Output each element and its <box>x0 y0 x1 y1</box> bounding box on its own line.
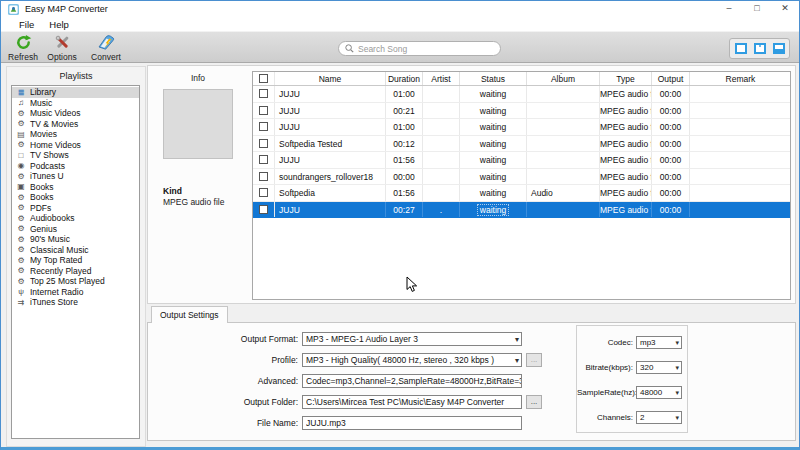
advanced-input[interactable] <box>306 375 521 387</box>
table-row[interactable]: JUJU01:00waitingMPEG audio file00:00 <box>253 119 790 136</box>
menu-help[interactable]: Help <box>49 19 69 30</box>
table-row[interactable]: Softpedia01:56waitingAudioMPEG audio fil… <box>253 185 790 202</box>
sidebar-item-music-videos[interactable]: ⚙Music Videos <box>12 108 139 119</box>
column-header-album[interactable]: Albumˆ <box>527 72 600 85</box>
row-checkbox-cell <box>253 169 275 185</box>
sidebar-item-audiobooks[interactable]: ⚙Audiobooks <box>12 213 139 224</box>
sidebar-item-label: Library <box>30 87 56 97</box>
cell-duration: 01:56 <box>386 185 423 201</box>
sidebar-item-90-s-music[interactable]: ⚙90's Music <box>12 234 139 245</box>
sidebar-item-books[interactable]: ⚙Books <box>12 192 139 203</box>
chevron-down-icon: ▾ <box>515 354 519 367</box>
advanced-field-wrap <box>302 374 522 388</box>
browse-folder-button[interactable]: ... <box>526 395 542 409</box>
table-row[interactable]: JUJU00:21waitingMPEG audio file00:00 <box>253 103 790 120</box>
convert-button[interactable]: Convert <box>85 34 127 62</box>
row-checkbox[interactable] <box>259 89 268 98</box>
cell-output: 00:00 <box>652 202 690 218</box>
view-panel-button[interactable] <box>771 41 786 56</box>
row-checkbox[interactable] <box>259 188 268 197</box>
cell-name: JUJU <box>275 152 386 168</box>
view-normal-button[interactable] <box>733 41 748 56</box>
sidebar-item-tv-shows[interactable]: □TV Shows <box>12 150 139 161</box>
select-all-checkbox[interactable] <box>259 74 268 83</box>
file-name-input[interactable] <box>306 417 521 429</box>
cell-artist <box>423 136 460 152</box>
menu-file[interactable]: File <box>19 19 34 30</box>
cell-remark <box>690 136 791 152</box>
column-header-type[interactable]: Type <box>600 72 652 85</box>
output-folder-input[interactable] <box>306 396 521 408</box>
table-row[interactable]: soundrangers_rollover1800:00waitingMPEG … <box>253 169 790 186</box>
minimize-button[interactable]: – <box>715 1 743 17</box>
sidebar-item-recently-played[interactable]: ⚙Recently Played <box>12 266 139 277</box>
book-icon: ▣ <box>16 182 26 191</box>
table-row[interactable]: JUJU01:00waitingMPEG audio file00:00 <box>253 86 790 103</box>
column-header-output[interactable]: Output <box>652 72 690 85</box>
gear-icon: ⚙ <box>16 140 26 149</box>
cell-album <box>527 103 600 119</box>
view-split-button[interactable] <box>752 41 767 56</box>
sidebar-item-top-25-most-played[interactable]: ⚙Top 25 Most Played <box>12 276 139 287</box>
convert-icon <box>96 34 116 51</box>
row-checkbox[interactable] <box>259 122 268 131</box>
row-checkbox[interactable] <box>259 106 268 115</box>
sidebar-item-label: TV & Movies <box>30 119 78 129</box>
search-input[interactable] <box>358 44 500 54</box>
sidebar-item-itunes-u[interactable]: ⚙iTunes U <box>12 171 139 182</box>
sidebar-item-itunes-store[interactable]: ⇉iTunes Store <box>12 297 139 308</box>
cell-duration: 01:00 <box>386 119 423 135</box>
gear-icon: ⚙ <box>16 214 26 223</box>
profile-edit-button[interactable]: ... <box>526 353 542 367</box>
column-header-status[interactable]: Status <box>460 72 527 85</box>
column-header-remark[interactable]: Remark <box>690 72 791 85</box>
sidebar-item-home-videos[interactable]: ⚙Home Videos <box>12 140 139 151</box>
output-format-select[interactable]: MP3 - MPEG-1 Audio Layer 3 ▾ <box>302 332 522 346</box>
cell-artist <box>423 185 460 201</box>
options-label: Options <box>47 52 76 62</box>
row-checkbox[interactable] <box>259 155 268 164</box>
column-header-duration[interactable]: Duration <box>386 72 423 85</box>
sidebar-item-movies[interactable]: ▤Movies <box>12 129 139 140</box>
bitrate-select[interactable]: 320 ▾ <box>636 361 682 374</box>
sidebar-item-books[interactable]: ▣Books <box>12 182 139 193</box>
cell-duration: 01:56 <box>386 152 423 168</box>
sidebar-item-classical-music[interactable]: ⚙Classical Music <box>12 245 139 256</box>
row-checkbox-cell <box>253 152 275 168</box>
row-checkbox[interactable] <box>259 205 268 214</box>
codec-select[interactable]: mp3 ▾ <box>636 336 682 349</box>
tab-output-settings-label: Output Settings <box>160 310 219 320</box>
options-button[interactable]: Options <box>41 34 83 62</box>
channels-value: 2 <box>640 413 644 422</box>
column-header-artist[interactable]: Artist <box>423 72 460 85</box>
cell-album <box>527 136 600 152</box>
sidebar-item-podcasts[interactable]: ◉Podcasts <box>12 161 139 172</box>
column-header-name[interactable]: Name <box>275 72 386 85</box>
row-checkbox-cell <box>253 119 275 135</box>
cell-remark <box>690 86 791 102</box>
sidebar-item-library[interactable]: ≣Library <box>12 87 139 98</box>
sidebar-item-label: Genius <box>30 224 57 234</box>
gear-icon: ⚙ <box>16 266 26 275</box>
cell-output: 00:00 <box>652 152 690 168</box>
sidebar-item-my-top-rated[interactable]: ⚙My Top Rated <box>12 255 139 266</box>
channels-select[interactable]: 2 ▾ <box>636 411 682 424</box>
refresh-button[interactable]: Refresh <box>2 34 44 62</box>
samplerate-select[interactable]: 48000 ▾ <box>636 386 682 399</box>
sidebar-item-internet-radio[interactable]: ψInternet Radio <box>12 287 139 298</box>
close-button[interactable]: ✕ <box>771 1 799 17</box>
table-row[interactable]: JUJU00:27.waitingMPEG audio file00:00 <box>253 202 790 219</box>
tab-output-settings[interactable]: Output Settings <box>151 306 228 323</box>
sidebar-item-pdfs[interactable]: ⚙PDFs <box>12 203 139 214</box>
sort-ascending-icon: ˆ <box>560 72 562 83</box>
sidebar-item-tv-movies[interactable]: ⚙TV & Movies <box>12 119 139 130</box>
profile-select[interactable]: MP3 - High Quality( 48000 Hz, stereo , 3… <box>302 353 522 367</box>
row-checkbox[interactable] <box>259 172 268 181</box>
maximize-button[interactable]: □ <box>743 1 771 17</box>
sidebar-item-music[interactable]: ♫Music <box>12 98 139 109</box>
sidebar-item-genius[interactable]: ⚙Genius <box>12 224 139 235</box>
row-checkbox[interactable] <box>259 139 268 148</box>
table-row[interactable]: JUJU01:56waitingMPEG audio file00:00 <box>253 152 790 169</box>
table-row[interactable]: Softpedia Tested00:12waitingMPEG audio f… <box>253 136 790 153</box>
sidebar-item-label: TV Shows <box>30 150 69 160</box>
